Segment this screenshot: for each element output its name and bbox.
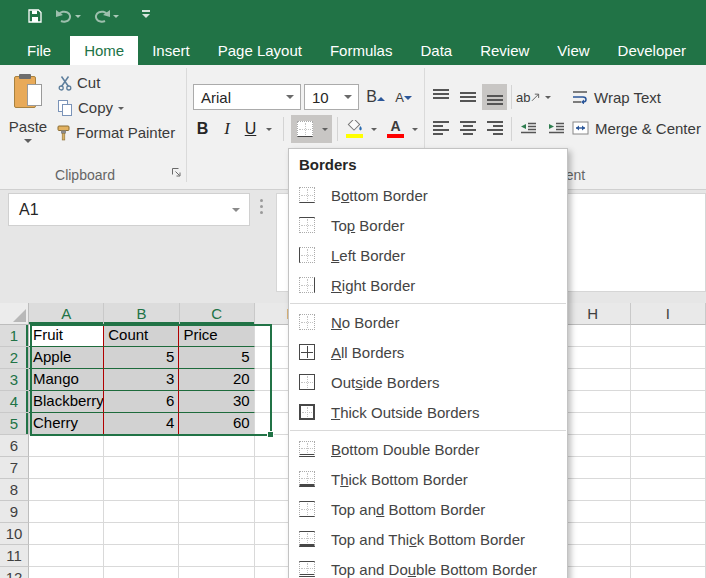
- cell-C11[interactable]: [179, 545, 254, 567]
- cell-I4[interactable]: [631, 391, 706, 413]
- customize-quick-access-icon[interactable]: [142, 10, 150, 22]
- decrease-indent-button[interactable]: [516, 114, 541, 142]
- cell-A10[interactable]: [29, 523, 104, 545]
- clipboard-dialog-launcher-icon[interactable]: [171, 164, 182, 182]
- bottom-align-button[interactable]: [482, 84, 507, 110]
- underline-dropdown[interactable]: [261, 115, 276, 143]
- cell-C1[interactable]: Price: [179, 325, 254, 347]
- menu-item-top-and-thick-bottom-border[interactable]: Top and Thick Bottom Border: [289, 524, 567, 554]
- copy-button[interactable]: Copy: [58, 99, 124, 116]
- fill-color-button[interactable]: [342, 115, 367, 143]
- cell-I10[interactable]: [631, 523, 706, 545]
- row-header-6[interactable]: 6: [0, 435, 29, 457]
- underline-button[interactable]: U: [240, 115, 261, 143]
- redo-dropdown-icon[interactable]: [113, 15, 119, 21]
- name-box[interactable]: A1: [8, 193, 250, 226]
- cell-I2[interactable]: [631, 347, 706, 369]
- cell-C8[interactable]: [179, 479, 254, 501]
- name-box-dropdown-icon[interactable]: [232, 208, 240, 216]
- middle-align-button[interactable]: [455, 84, 480, 110]
- cell-A4[interactable]: Blackberry: [29, 391, 104, 413]
- redo-button[interactable]: [90, 5, 122, 27]
- cell-I9[interactable]: [631, 501, 706, 523]
- menu-item-top-and-double-bottom-border[interactable]: Top and Double Bottom Border: [289, 554, 567, 578]
- tab-developer[interactable]: Developer: [604, 36, 700, 65]
- wrap-text-button[interactable]: Wrap Text: [572, 84, 661, 110]
- row-header-4[interactable]: 4: [0, 391, 29, 413]
- row-header-12[interactable]: 12: [0, 567, 29, 578]
- paste-dropdown-icon[interactable]: [24, 139, 32, 147]
- cell-B11[interactable]: [104, 545, 179, 567]
- orientation-dropdown[interactable]: [541, 84, 554, 110]
- menu-item-top-and-bottom-border[interactable]: Top and Bottom Border: [289, 494, 567, 524]
- cell-B9[interactable]: [104, 501, 179, 523]
- tab-page-layout[interactable]: Page Layout: [204, 36, 316, 65]
- cell-B10[interactable]: [104, 523, 179, 545]
- cell-I11[interactable]: [631, 545, 706, 567]
- cell-C7[interactable]: [179, 457, 254, 479]
- cell-C10[interactable]: [179, 523, 254, 545]
- tab-insert[interactable]: Insert: [138, 36, 204, 65]
- grow-font-button[interactable]: B: [363, 84, 388, 110]
- cell-B4[interactable]: 6: [104, 391, 179, 413]
- shrink-font-button[interactable]: A: [391, 84, 416, 110]
- cell-C2[interactable]: 5: [179, 347, 254, 369]
- fill-color-dropdown[interactable]: [367, 115, 380, 143]
- menu-item-right-border[interactable]: Right Border: [289, 270, 567, 300]
- menu-item-thick-bottom-border[interactable]: Thick Bottom Border: [289, 464, 567, 494]
- borders-dropdown-button[interactable]: [318, 115, 332, 143]
- select-all-button[interactable]: [0, 303, 29, 325]
- tab-formulas[interactable]: Formulas: [316, 36, 407, 65]
- cell-I7[interactable]: [631, 457, 706, 479]
- row-header-10[interactable]: 10: [0, 523, 29, 545]
- menu-item-left-border[interactable]: Left Border: [289, 240, 567, 270]
- tab-review[interactable]: Review: [466, 36, 543, 65]
- cell-C9[interactable]: [179, 501, 254, 523]
- cell-I5[interactable]: [631, 413, 706, 435]
- row-header-5[interactable]: 5: [0, 413, 29, 435]
- font-color-dropdown[interactable]: [408, 115, 421, 143]
- column-header-i[interactable]: I: [631, 303, 706, 325]
- cell-C3[interactable]: 20: [179, 369, 254, 391]
- cell-A12[interactable]: [29, 567, 104, 578]
- cell-A5[interactable]: Cherry: [29, 413, 104, 435]
- cell-B5[interactable]: 4: [104, 413, 179, 435]
- cell-A2[interactable]: Apple: [29, 347, 104, 369]
- top-align-button[interactable]: [428, 84, 453, 110]
- cell-C4[interactable]: 30: [179, 391, 254, 413]
- borders-button[interactable]: [291, 115, 318, 143]
- row-header-1[interactable]: 1: [0, 325, 29, 347]
- copy-dropdown-icon[interactable]: [118, 107, 124, 113]
- merge-center-button[interactable]: Merge & Center: [572, 114, 701, 142]
- font-size-dropdown-icon[interactable]: [344, 95, 352, 103]
- undo-button[interactable]: [52, 5, 84, 27]
- tab-data[interactable]: Data: [406, 36, 466, 65]
- cell-C5[interactable]: 60: [179, 413, 254, 435]
- cell-B1[interactable]: Count: [104, 325, 179, 347]
- cell-B3[interactable]: 3: [104, 369, 179, 391]
- cut-button[interactable]: Cut: [58, 74, 100, 91]
- format-painter-button[interactable]: Format Painter: [56, 124, 175, 141]
- menu-item-outside-borders[interactable]: Outside Borders: [289, 367, 567, 397]
- cell-I1[interactable]: [631, 325, 706, 347]
- row-header-8[interactable]: 8: [0, 479, 29, 501]
- menu-item-no-border[interactable]: No Border: [289, 307, 567, 337]
- cell-I3[interactable]: [631, 369, 706, 391]
- row-header-7[interactable]: 7: [0, 457, 29, 479]
- font-name-dropdown-icon[interactable]: [286, 95, 294, 103]
- cell-A7[interactable]: [29, 457, 104, 479]
- cell-C12[interactable]: [179, 567, 254, 578]
- column-header-c[interactable]: C: [180, 303, 255, 325]
- cell-A1[interactable]: Fruit: [29, 325, 104, 347]
- cell-B2[interactable]: 5: [104, 347, 179, 369]
- italic-button[interactable]: I: [217, 115, 237, 143]
- undo-dropdown-icon[interactable]: [75, 15, 81, 21]
- cell-C6[interactable]: [179, 435, 254, 457]
- cell-B7[interactable]: [104, 457, 179, 479]
- row-header-11[interactable]: 11: [0, 545, 29, 567]
- cell-A11[interactable]: [29, 545, 104, 567]
- align-right-button[interactable]: [482, 114, 507, 142]
- column-header-a[interactable]: A: [29, 303, 104, 325]
- orientation-button[interactable]: ab: [516, 84, 541, 110]
- menu-item-bottom-double-border[interactable]: Bottom Double Border: [289, 434, 567, 464]
